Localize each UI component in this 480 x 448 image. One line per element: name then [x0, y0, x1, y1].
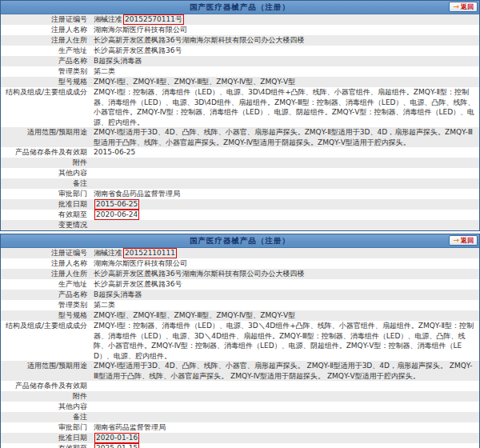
field-label: 注册人名称 [1, 25, 92, 35]
field-label: 型号规格 [1, 77, 92, 87]
field-value: ZMQY-Ⅰ型、ZMQY-Ⅱ型、ZMQY-Ⅲ型、ZMQY-Ⅳ型、ZMQY-Ⅴ型 [92, 77, 479, 87]
page-title: 国产医疗器械产品（注册） [190, 2, 290, 13]
field-value [92, 158, 479, 168]
field-label: 注册人住所 [1, 269, 92, 279]
registration-card-1: 国产医疗器械产品（注册） → 返回 注册证编号湘械注准20152570111号注… [0, 0, 480, 231]
value-text: 第二类 [94, 67, 115, 75]
field-row: 注册人住所长沙高新开发区麓枫路36号湖南海尔斯科技有限公司办公大楼四楼 [1, 269, 479, 279]
field-row: 备注 [1, 412, 479, 422]
value-text: 2015-06-25 [94, 148, 135, 156]
value-text: ZMQY-Ⅰ型适用于3D、4D、凸阵、线阵、小器官、扇形超声探头。 ZMQY-Ⅱ… [94, 362, 473, 380]
field-row: 生产地址长沙高新开发区麓枫路36号 [1, 279, 479, 290]
field-row: 附件 [1, 391, 479, 402]
field-label: 结构及组成/主要组成成分 [1, 87, 92, 127]
field-row: 变更情况 [1, 220, 479, 230]
field-label: 附件 [1, 158, 92, 168]
field-value: ZMQY-Ⅰ型：控制器、消毒组件（LED）、电源、3D\4D组件+凸阵、线阵、小… [92, 87, 479, 127]
field-row: 批准日期2015-06-25 [1, 199, 479, 210]
field-row: 注册人住所长沙高新开发区麓枫路36号湖南海尔斯科技有限公司办公大楼四楼 [1, 35, 479, 46]
back-button[interactable]: → 返回 [449, 2, 478, 12]
field-value: ZMQY-Ⅰ型适用于3D、4D、凸阵、线阵、小器官、扇形超声探头。 ZMQY-Ⅱ… [92, 361, 479, 381]
field-label: 其他内容 [1, 402, 92, 412]
field-row: 其他内容 [1, 168, 479, 178]
field-row: 型号规格ZMQY-Ⅰ型、ZMQY-Ⅱ型、ZMQY-Ⅲ型、ZMQY-Ⅳ型、ZMQY… [1, 77, 479, 87]
field-label: 适用范围/预期用途 [1, 127, 92, 147]
field-value: 2015-06-25 [92, 199, 479, 210]
field-label: 变更情况 [1, 220, 92, 230]
field-value: 2025-01-15 [92, 443, 479, 448]
field-value: 湖南海尔斯医疗科技有限公司 [92, 258, 479, 269]
value-text: B超探头消毒器 [94, 57, 142, 65]
red-highlight-box: 20152110111 [123, 248, 177, 258]
field-value: 2015-06-25 [92, 147, 479, 158]
field-rows: 注册证编号湘械注准20152110111注册人名称湖南海尔斯医疗科技有限公司注册… [1, 248, 479, 448]
value-text: ZMQY-Ⅰ型、ZMQY-Ⅱ型、ZMQY-Ⅲ型、ZMQY-Ⅳ型、ZMQY-Ⅴ型 [94, 78, 295, 86]
field-label: 审批部门 [1, 422, 92, 433]
value-prefix-text: 湘械注准 [94, 249, 122, 257]
page-title: 国产医疗器械产品（注册） [190, 236, 290, 246]
field-value: 湘械注准20152110111 [92, 248, 479, 258]
field-row: 管理类别第二类 [1, 66, 479, 77]
field-row: 有效期至2025-01-15 [1, 443, 479, 448]
field-value: 湖南省药品监督管理局 [92, 422, 479, 433]
field-label: 批准日期 [1, 199, 92, 210]
field-value: 湘械注准20152570111号 [92, 14, 479, 25]
field-value: 第二类 [92, 300, 479, 310]
field-row: 生产地址长沙高新开发区麓枫路36号 [1, 46, 479, 56]
field-value [92, 178, 479, 189]
field-value: B超探头消毒器 [92, 290, 479, 300]
field-label: 注册人住所 [1, 35, 92, 46]
field-row: 型号规格ZMQY-Ⅰ型、ZMQY-Ⅱ型、ZMQY-Ⅲ型、ZMQY-Ⅳ型、ZMQY… [1, 310, 479, 321]
field-label: 产品储存条件及有效期 [1, 147, 92, 158]
field-label: 备注 [1, 178, 92, 189]
red-highlight-box: 20152570111号 [123, 14, 184, 25]
field-label: 备注 [1, 412, 92, 422]
field-row: 注册证编号湘械注准20152570111号 [1, 14, 479, 25]
field-row: 审批部门湖南省药品监督管理局 [1, 422, 479, 433]
field-row: 批准日期2020-01-16 [1, 433, 479, 443]
field-value: 长沙高新开发区麓枫路36号湖南海尔斯科技有限公司办公大楼四楼 [92, 35, 479, 46]
field-label: 产品名称 [1, 56, 92, 66]
value-text: ZMQY-Ⅰ型、ZMQY-Ⅱ型、ZMQY-Ⅲ型、ZMQY-Ⅳ型、ZMQY-Ⅴ型 [94, 311, 295, 319]
value-text: 长沙高新开发区麓枫路36号湖南海尔斯科技有限公司办公大楼四楼 [94, 270, 304, 278]
field-label: 结构及组成/主要组成成分 [1, 321, 92, 361]
field-row: 附件 [1, 158, 479, 168]
field-value [92, 381, 479, 391]
red-highlight-box: 2020-01-16 [94, 433, 139, 443]
field-label: 附件 [1, 391, 92, 402]
registration-card-2: 国产医疗器械产品（注册） → 返回 注册证编号湘械注准20152110111注册… [0, 234, 480, 448]
field-row: 有效期至2020-06-24 [1, 210, 479, 220]
field-value: ZMQY-Ⅰ型适用于3D、4D、凸阵、线阵、小器官、扇形超声探头。ZMQY-Ⅱ型… [92, 127, 479, 147]
field-label: 生产地址 [1, 46, 92, 56]
field-label: 注册证编号 [1, 14, 92, 25]
field-label: 注册人名称 [1, 258, 92, 269]
field-row: 审批部门湖南省食品药品监督管理局 [1, 189, 479, 199]
field-value [92, 391, 479, 402]
back-button[interactable]: → 返回 [449, 235, 478, 246]
field-label: 其他内容 [1, 168, 92, 178]
field-value [92, 220, 479, 230]
field-label: 产品储存条件及有效期 [1, 381, 92, 391]
field-value: ZMQY-Ⅰ型、ZMQY-Ⅱ型、ZMQY-Ⅲ型、ZMQY-Ⅳ型、ZMQY-Ⅴ型 [92, 310, 479, 321]
registration-page: 国产医疗器械产品（注册） → 返回 注册证编号湘械注准20152570111号注… [0, 0, 480, 448]
field-row: 注册证编号湘械注准20152110111 [1, 248, 479, 258]
value-text: ZMQY-Ⅰ型适用于3D、4D、凸阵、线阵、小器官、扇形超声探头。ZMQY-Ⅱ型… [94, 128, 473, 146]
field-label: 管理类别 [1, 66, 92, 77]
field-row: 适用范围/预期用途ZMQY-Ⅰ型适用于3D、4D、凸阵、线阵、小器官、扇形超声探… [1, 127, 479, 147]
back-arrow-icon: → [453, 236, 459, 245]
field-row: 产品储存条件及有效期2015-06-25 [1, 147, 479, 158]
field-label: 适用范围/预期用途 [1, 361, 92, 381]
value-text: 湖南海尔斯医疗科技有限公司 [94, 259, 187, 267]
field-label: 型号规格 [1, 310, 92, 321]
field-value: 长沙高新开发区麓枫路36号 [92, 279, 479, 290]
field-row: 其他内容 [1, 402, 479, 412]
field-value [92, 168, 479, 178]
field-row: 产品储存条件及有效期 [1, 381, 479, 391]
field-row: 产品名称B超探头消毒器 [1, 56, 479, 66]
red-highlight-box: 2020-06-24 [94, 210, 139, 220]
field-label: 注册证编号 [1, 248, 92, 258]
value-text: 第二类 [94, 301, 115, 309]
field-label: 管理类别 [1, 300, 92, 310]
field-row: 适用范围/预期用途ZMQY-Ⅰ型适用于3D、4D、凸阵、线阵、小器官、扇形超声探… [1, 361, 479, 381]
field-row: 结构及组成/主要组成成分ZMQY-Ⅰ型：控制器、消毒组件（LED）、电源、3D＼… [1, 321, 479, 361]
